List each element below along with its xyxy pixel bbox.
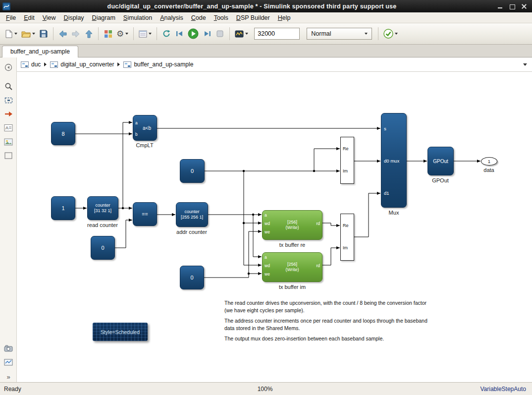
viewers-button[interactable] — [3, 343, 13, 353]
step-forward-icon — [204, 30, 211, 37]
breadcrumb-item-buffer-and-up-sample[interactable]: buffer_and_up-sample — [123, 61, 193, 68]
tab-buffer-and-up-sample[interactable]: buffer_and_up-sample — [2, 46, 78, 58]
breadcrumb-label: duc — [31, 61, 41, 68]
block-reim-to-complex-bottom[interactable]: Re Im — [340, 214, 354, 261]
editor-area: A » duc digital_up_converter — [0, 57, 532, 382]
diagram-canvas[interactable]: 8 0 1 0 0 a b a<b CmpLT counter [31 32 1… — [17, 72, 532, 382]
model-explorer-icon — [139, 30, 147, 38]
fast-restart-button[interactable] — [160, 26, 172, 41]
menu-simulation[interactable]: Simulation — [119, 13, 156, 22]
step-back-icon — [176, 30, 183, 37]
block-tx-buffer-im[interactable]: a wd we rd [256] (Write) — [262, 252, 322, 282]
toolbar-separator — [133, 27, 134, 40]
menu-help[interactable]: Help — [274, 13, 295, 22]
block-name-tx-buffer-im: tx buffer im — [279, 284, 306, 290]
block-name-data: data — [483, 167, 494, 173]
port-label-b: b — [135, 132, 138, 137]
window-title: duc/digital_up_converter/buffer_and_up-s… — [10, 3, 493, 10]
block-read-counter[interactable]: counter [31 32 1] — [87, 196, 118, 220]
library-browser-icon — [104, 30, 112, 38]
area-box-tool-button[interactable] — [3, 151, 13, 161]
hide-browser-button[interactable] — [3, 62, 13, 72]
data-inspector-button[interactable] — [233, 26, 250, 41]
block-constant-8[interactable]: 8 — [51, 122, 75, 145]
menu-code[interactable]: Code — [187, 13, 210, 22]
status-solver[interactable]: VariableStepAuto — [352, 386, 532, 393]
block-constant-0-top[interactable]: 0 — [180, 159, 205, 183]
build-check-button[interactable] — [382, 26, 399, 41]
stop-button[interactable] — [214, 26, 226, 41]
annotation-address-counter[interactable]: The address counter increments once per … — [224, 317, 427, 332]
block-addr-counter[interactable]: counter [255 256 1] — [176, 202, 208, 227]
fit-to-view-button[interactable] — [3, 95, 13, 105]
breadcrumb-dropdown-icon[interactable] — [523, 63, 527, 66]
step-back-button[interactable] — [173, 26, 185, 41]
breadcrumb-item-duc[interactable]: duc — [21, 61, 41, 68]
new-model-button[interactable] — [3, 26, 19, 41]
image-icon — [4, 138, 13, 146]
block-mux[interactable]: s d0 mux d1 — [381, 113, 407, 208]
signal-arrow-tool-button[interactable] — [3, 109, 13, 119]
menu-dsp-builder[interactable]: DSP Builder — [232, 13, 274, 22]
zoom-tool-button[interactable] — [3, 81, 13, 91]
check-icon — [383, 29, 393, 39]
model-explorer-button[interactable] — [137, 26, 153, 41]
block-value: GPOut — [433, 159, 448, 164]
simulation-mode-select[interactable]: Normal — [307, 28, 372, 40]
save-model-button[interactable] — [38, 26, 50, 41]
menu-analysis[interactable]: Analysis — [156, 13, 187, 22]
close-icon[interactable] — [521, 3, 527, 9]
menu-display[interactable]: Display — [60, 13, 88, 22]
block-constant-0-bottom[interactable]: 0 — [180, 266, 204, 289]
signal-logging-button[interactable] — [3, 357, 13, 367]
block-tx-buffer-re[interactable]: a wd we rd [256] (Write) — [262, 210, 322, 240]
block-reim-to-complex-top[interactable]: Re Im — [340, 137, 354, 184]
step-forward-button[interactable] — [201, 26, 213, 41]
breadcrumb-chevron-icon — [44, 62, 47, 66]
block-equality[interactable]: == — [133, 202, 157, 226]
block-value: [256] (Write) — [263, 220, 322, 230]
stop-time-input[interactable] — [254, 28, 300, 40]
forward-button[interactable] — [70, 26, 82, 41]
menu-view[interactable]: View — [39, 13, 60, 22]
save-icon — [40, 30, 48, 38]
open-folder-icon — [21, 30, 31, 38]
block-value: 0 — [191, 168, 194, 174]
toolbar-separator — [98, 27, 99, 40]
image-tool-button[interactable] — [3, 137, 13, 147]
block-constant-0-mid[interactable]: 0 — [91, 236, 115, 260]
minimize-icon[interactable] — [497, 3, 503, 9]
breadcrumb-item-digital-up-converter[interactable]: digital_up_converter — [50, 61, 114, 68]
expand-strip-button[interactable]: » — [3, 372, 13, 382]
gear-icon: ⚙ — [116, 30, 124, 38]
annotation-tool-button[interactable]: A — [3, 123, 13, 133]
block-outport-data[interactable]: 1 — [481, 157, 497, 166]
model-icon — [21, 61, 29, 68]
block-style-scheduled[interactable]: Style=Scheduled — [93, 323, 148, 341]
menu-tools[interactable]: Tools — [210, 13, 232, 22]
title-bar: duc/digital_up_converter/buffer_and_up-s… — [0, 0, 532, 12]
menu-file[interactable]: File — [2, 13, 20, 22]
port-label-d0: d0 mux — [384, 159, 399, 164]
model-settings-button[interactable]: ⚙ — [115, 26, 130, 41]
breadcrumb-label: digital_up_converter — [60, 61, 114, 68]
menu-diagram[interactable]: Diagram — [88, 13, 119, 22]
run-button[interactable] — [186, 26, 200, 41]
back-button[interactable] — [57, 26, 69, 41]
maximize-icon[interactable] — [509, 3, 515, 9]
camera-icon — [4, 345, 13, 352]
block-cmplt[interactable]: a b a<b — [133, 115, 157, 141]
block-value: counter [31 32 1] — [94, 203, 111, 214]
up-to-parent-button[interactable] — [83, 26, 95, 41]
menu-edit[interactable]: Edit — [20, 13, 39, 22]
block-value: counter [255 256 1] — [181, 209, 203, 220]
library-browser-button[interactable] — [102, 26, 114, 41]
annotation-output-mux[interactable]: The output mux does zero-insertion betwe… — [224, 335, 384, 342]
dropdown-caret-icon — [32, 33, 35, 35]
open-model-button[interactable] — [20, 26, 37, 41]
block-name-read-counter: read counter — [87, 222, 118, 228]
block-constant-1[interactable]: 1 — [51, 196, 75, 220]
annotation-read-counter[interactable]: The read counter drives the upconversion… — [224, 299, 426, 314]
block-gpout[interactable]: GPOut — [427, 147, 454, 175]
breadcrumb-chevron-icon — [117, 62, 120, 66]
